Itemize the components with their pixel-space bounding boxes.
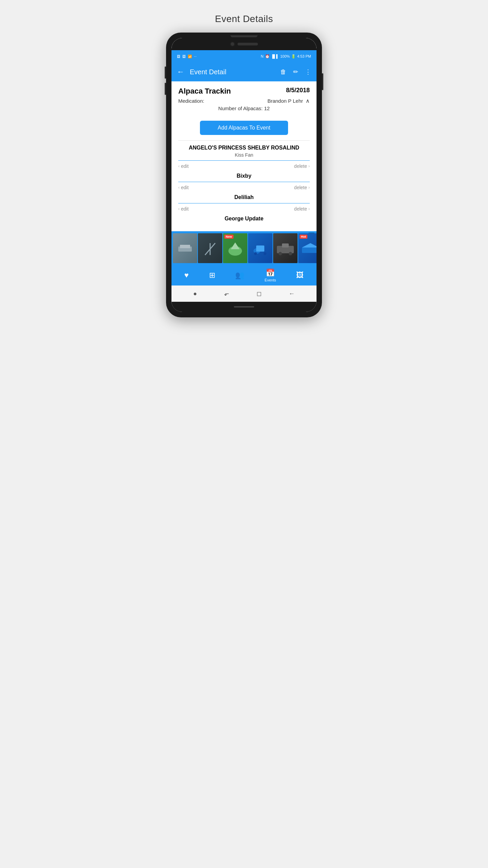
alpaca-name-1: ANGELO'S PRINCESS SHELBY ROSALIND [178,145,310,151]
alpaca-name-4: George Update [178,216,310,222]
main-content: Alpaca Trackin 8/5/2018 Medication: Bran… [171,81,317,302]
speaker [238,43,258,45]
event-meta-row: Medication: Brandon P Lehr ∧ [178,98,310,104]
ad-items: New [171,232,317,264]
nav-item-favorites[interactable]: ♥ [180,269,193,282]
home-bar [234,306,254,308]
svg-rect-11 [282,243,289,248]
alpaca-actions-1: ‹ edit delete › [178,160,310,169]
more-icon[interactable]: ⋮ [305,68,311,76]
photos-icon: 🖼 [296,271,304,280]
sys-home-button[interactable]: ● [193,290,197,297]
status-bar: 🖼 🖼 📶 ··· N ⏰ ▐▌▌ 100% 🔋 4:53 PM [171,50,317,62]
event-name: Alpaca Trackin [178,87,231,96]
heart-icon: ♥ [184,271,189,280]
chevron-right-icon-2: › [308,185,310,190]
nav-item-events[interactable]: 📅 Events [261,267,280,284]
alpaca-actions-3: ‹ edit delete › [178,203,310,212]
status-icon-dots: ··· [194,55,197,58]
ad-banner: ✕ New [171,231,317,265]
chevron-right-icon: › [308,164,310,169]
status-signal: ▐▌▌ [271,54,279,58]
edit-label-3: edit [181,206,189,212]
svg-point-12 [279,252,282,255]
alpaca-name-2: Bixby [178,173,310,179]
app-bar-actions: 🗑 ✏ ⋮ [280,68,311,76]
app-bar: ← Event Detail 🗑 ✏ ⋮ [171,62,317,81]
status-icon-img: 🖼 [177,55,180,58]
page-title: Event Details [215,14,273,24]
status-time: 4:53 PM [297,54,311,58]
svg-rect-1 [180,245,190,248]
alpaca-delete-2[interactable]: delete › [294,185,310,190]
status-alarm: ⏰ [265,54,270,59]
add-alpacas-button[interactable]: Add Alpacas To Event [200,121,288,135]
delete-label-2: delete [294,185,307,190]
event-header: Alpaca Trackin 8/5/2018 Medication: Bran… [171,81,317,119]
alpaca-item-2: Bixby ‹ edit delete › [171,169,317,190]
edit-label-2: edit [181,185,189,190]
edit-icon[interactable]: ✏ [293,68,298,76]
svg-marker-15 [302,243,317,248]
alpaca-name-3: Deliliah [178,194,310,200]
ad-item-4[interactable] [248,233,272,263]
system-nav: ● ⬐ ◻ ← [171,285,317,302]
vol-up-button [165,66,166,79]
event-owner-row: Brandon P Lehr ∧ [267,98,310,104]
event-date: 8/5/2018 [286,87,310,94]
status-battery: 100% [280,54,290,58]
phone-screen: 🖼 🖼 📶 ··· N ⏰ ▐▌▌ 100% 🔋 4:53 PM ← Event [171,38,317,312]
back-button[interactable]: ← [177,67,184,76]
svg-rect-14 [302,248,317,253]
alpaca-delete-1[interactable]: delete › [294,163,310,169]
notch-area [171,38,317,50]
delete-label-1: delete [294,163,307,169]
bottom-nav: ♥ ⊞ 👥 📅 Events 🖼 [171,265,317,285]
power-button [322,73,323,90]
chevron-left-icon: ‹ [178,164,180,169]
status-nfc: N [261,54,264,58]
status-bar-right: N ⏰ ▐▌▌ 100% 🔋 4:53 PM [261,54,311,59]
nav-item-people[interactable]: 👥 [231,269,248,282]
delete-icon[interactable]: 🗑 [280,68,286,76]
ad-item-6[interactable]: Hot [298,233,317,263]
event-owner: Brandon P Lehr [267,98,303,104]
svg-point-13 [289,252,292,255]
phone-shell: 🖼 🖼 📶 ··· N ⏰ ▐▌▌ 100% 🔋 4:53 PM ← Event [166,33,322,317]
nav-item-photos[interactable]: 🖼 [292,269,308,282]
ad-item-2[interactable] [198,233,222,263]
vol-down-button [165,83,166,95]
add-btn-row: Add Alpacas To Event [171,119,317,140]
alpaca-edit-1[interactable]: ‹ edit [178,163,189,169]
delete-label-3: delete [294,206,307,212]
event-title-row: Alpaca Trackin 8/5/2018 [178,87,310,96]
sys-overview-button[interactable]: ◻ [257,290,262,297]
ad-item-5[interactable] [273,233,298,263]
alpaca-edit-3[interactable]: ‹ edit [178,206,189,212]
alpaca-item-1: ANGELO'S PRINCESS SHELBY ROSALIND Kiss F… [171,141,317,169]
sys-back-button[interactable]: ← [289,290,295,297]
event-label: Medication: [178,98,204,104]
people-icon: 👥 [235,271,244,280]
collapse-icon[interactable]: ∧ [306,98,310,104]
edit-label-1: edit [181,163,189,169]
ad-item-1[interactable] [173,233,197,263]
nav-item-grid[interactable]: ⊞ [205,269,219,282]
events-icon: 📅 [266,269,275,277]
grid-icon: ⊞ [209,271,215,280]
ad-item-3[interactable]: New [223,233,247,263]
alpaca-item-3: Deliliah ‹ edit delete › [171,190,317,212]
status-battery-icon: 🔋 [291,54,296,59]
alpaca-actions-2: ‹ edit delete › [178,182,310,190]
events-label: Events [265,278,276,282]
svg-point-9 [264,252,266,255]
event-count: Number of Alpacas: 12 [178,105,310,111]
alpaca-edit-2[interactable]: ‹ edit [178,185,189,190]
bottom-area [171,302,317,312]
svg-point-8 [254,252,257,255]
svg-marker-5 [231,242,240,249]
alpaca-delete-3[interactable]: delete › [294,206,310,212]
alpaca-sub-1: Kiss Fan [178,152,310,158]
sys-recents-button[interactable]: ⬐ [224,290,229,297]
app-bar-title: Event Detail [190,68,275,76]
